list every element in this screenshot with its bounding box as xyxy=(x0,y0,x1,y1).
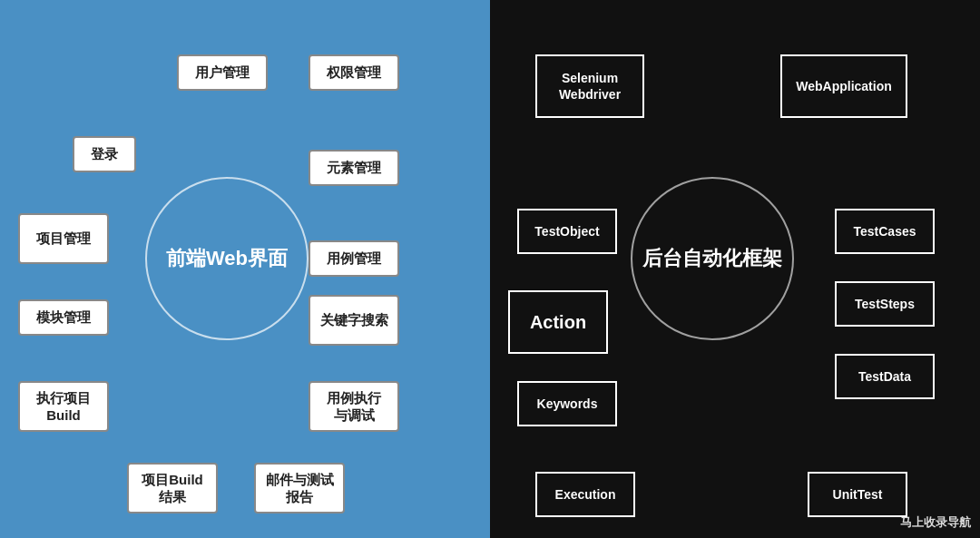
node-case-exec: 用例执行 与调试 xyxy=(309,381,399,432)
node-webapp: WebApplication xyxy=(780,54,907,118)
node-testcases: TestCases xyxy=(835,209,935,254)
node-testobj: TestObject xyxy=(517,209,617,254)
node-execution: Execution xyxy=(535,472,635,517)
node-elem-mgmt: 元素管理 xyxy=(309,150,399,186)
node-mail-test: 邮件与测试 报告 xyxy=(254,463,345,514)
right-panel: 后台自动化框架 Selenium Webdriver WebApplicatio… xyxy=(490,0,980,538)
node-unittest: UnitTest xyxy=(808,472,907,517)
node-user-mgmt: 用户管理 xyxy=(177,54,268,91)
node-mod-mgmt: 模块管理 xyxy=(18,299,109,336)
right-circle: 后台自动化框架 xyxy=(631,177,794,340)
node-proj-build: 项目Build 结果 xyxy=(127,463,218,514)
left-panel: 前端Web界面 用户管理 权限管理 登录 元素管理 项目管理 用例管理 模块管理… xyxy=(0,0,490,538)
node-keywords: Keywords xyxy=(517,381,617,426)
left-circle: 前端Web界面 xyxy=(145,177,309,340)
node-keyword-search: 关键字搜索 xyxy=(309,295,399,346)
node-teststeps: TestSteps xyxy=(835,281,935,327)
node-auth-mgmt: 权限管理 xyxy=(309,54,399,91)
node-login: 登录 xyxy=(73,136,136,172)
node-testdata: TestData xyxy=(835,354,935,399)
node-exec-proj: 执行项目 Build xyxy=(18,381,109,432)
watermark: 马上收录导航 xyxy=(900,514,971,531)
node-action: Action xyxy=(508,290,608,354)
right-circle-label: 后台自动化框架 xyxy=(642,245,782,272)
node-case-mgmt: 用例管理 xyxy=(309,240,399,277)
node-selenium: Selenium Webdriver xyxy=(535,54,644,118)
node-proj-mgmt: 项目管理 xyxy=(18,213,109,264)
left-circle-label: 前端Web界面 xyxy=(166,245,288,272)
